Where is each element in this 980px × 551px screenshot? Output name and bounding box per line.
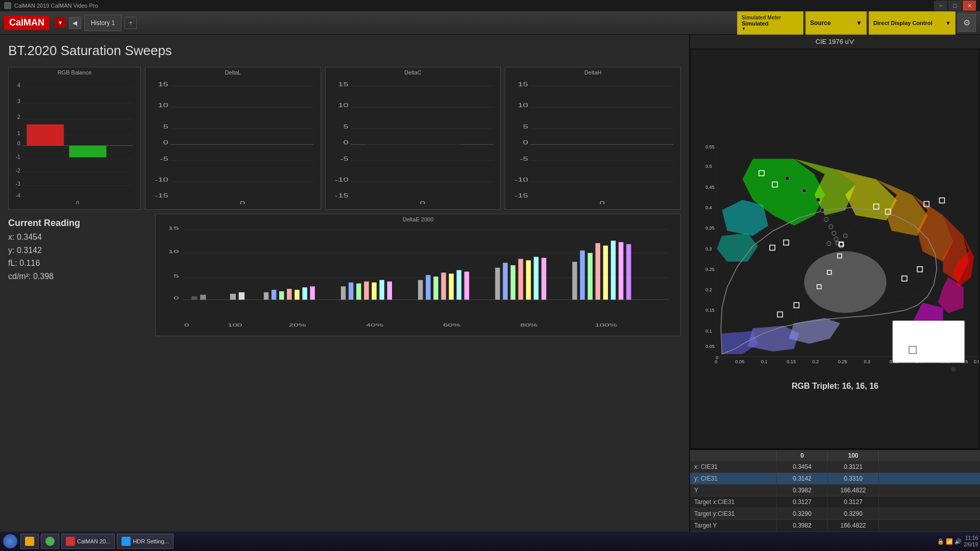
svg-rect-109: [542, 258, 546, 299]
table-row: Y 0.3982 166.4822: [690, 485, 980, 496]
svg-rect-87: [302, 287, 307, 299]
svg-rect-18: [69, 145, 107, 157]
svg-rect-168: [917, 267, 922, 272]
charts-row: RGB Balance 4 3 2 1 0 -1 -2 -3 -4: [8, 67, 681, 210]
svg-rect-47: [365, 141, 460, 144]
close-button[interactable]: ✕: [963, 1, 976, 11]
deltaL-svg: 15 10 5 0 -5 -10 -15 0: [148, 77, 318, 204]
simulated-meter-dropdown[interactable]: Simulated Meter Simulated ▼: [737, 11, 803, 35]
table-cell-v1: 166.4822: [828, 485, 879, 496]
simulated-meter-sub: Simulated: [742, 20, 799, 27]
deltae-title: DeltaE 2000: [158, 216, 678, 222]
deltaC-svg: 15 10 5 0 -5 -10 -15 0: [328, 77, 499, 204]
logo-dropdown-button[interactable]: ▼: [55, 18, 66, 28]
svg-rect-112: [587, 253, 592, 300]
svg-text:-10: -10: [155, 177, 168, 183]
maximize-button[interactable]: □: [948, 1, 962, 11]
rgb-balance-chart: RGB Balance 4 3 2 1 0 -1 -2 -3 -4: [8, 67, 141, 210]
svg-text:0.4: 0.4: [705, 205, 712, 210]
svg-rect-113: [596, 243, 600, 300]
table-cell-v0: 0.3982: [777, 485, 828, 496]
svg-text:15: 15: [168, 225, 179, 231]
svg-text:0: 0: [600, 200, 605, 204]
svg-rect-188: [893, 321, 965, 363]
source-dropdown[interactable]: Source ▼: [805, 11, 867, 35]
minimize-button[interactable]: −: [934, 1, 947, 11]
svg-rect-78: [191, 296, 197, 300]
svg-text:10: 10: [338, 103, 349, 109]
table-cell-v0: 0.3982: [777, 520, 828, 531]
svg-text:0.05: 0.05: [736, 359, 745, 364]
deltaC-title: DeltaC: [328, 69, 499, 76]
taskbar-app-chrome[interactable]: [41, 534, 59, 549]
cie-diagram-svg: 0.55 0.5 0.45 0.4 0.35 0.3 0.25 0.2 0.15…: [691, 49, 979, 448]
svg-text:5: 5: [523, 123, 528, 130]
svg-text:3: 3: [17, 98, 20, 104]
svg-text:-15: -15: [155, 193, 168, 199]
svg-rect-111: [580, 251, 584, 299]
nav-back-button[interactable]: ◀: [69, 17, 81, 29]
svg-text:2: 2: [17, 114, 20, 120]
svg-rect-94: [379, 280, 384, 300]
svg-text:-15: -15: [335, 193, 349, 199]
simulated-meter-label: Simulated Meter: [742, 15, 799, 20]
svg-text:-5: -5: [340, 156, 349, 162]
svg-rect-80: [230, 294, 236, 300]
simulated-meter-arrow: ▼: [742, 27, 799, 31]
svg-text:0.3: 0.3: [705, 246, 712, 252]
svg-text:0.2: 0.2: [705, 287, 712, 292]
svg-text:-5: -5: [160, 156, 168, 162]
table-cell-v0: 0.3127: [777, 496, 828, 508]
ddc-label: Direct Display Control: [873, 20, 933, 26]
svg-text:10: 10: [518, 103, 529, 109]
svg-text:0: 0: [523, 140, 528, 146]
svg-point-178: [820, 208, 824, 212]
hdr-icon: [121, 537, 131, 546]
taskbar-app-explorer[interactable]: [20, 534, 39, 549]
table-cell-v1: 0.3127: [828, 496, 879, 508]
svg-text:-3: -3: [15, 181, 20, 187]
table-row: x: CIE31 0.3454 0.3121: [690, 461, 980, 473]
taskbar-app-hdr[interactable]: HDR Setting...: [117, 534, 173, 549]
svg-text:0.15: 0.15: [705, 308, 715, 313]
titlebar: CalMAN 2019 CalMAN Video Pro − □ ✕: [0, 0, 980, 11]
svg-text:-15: -15: [514, 193, 528, 199]
svg-rect-90: [349, 283, 353, 300]
ddc-dropdown[interactable]: Direct Display Control ▼: [869, 11, 955, 35]
table-cell-label: Y: [690, 485, 777, 496]
svg-rect-91: [356, 284, 361, 300]
add-tab-button[interactable]: +: [125, 17, 137, 29]
start-button[interactable]: [2, 533, 18, 549]
deltaH-svg: 15 10 5 0 -5 -10 -15 0: [507, 77, 678, 204]
svg-rect-82: [264, 292, 268, 299]
cie-chart-title: CIE 1976 u'v': [690, 35, 980, 48]
svg-text:0: 0: [240, 200, 245, 204]
svg-rect-115: [611, 241, 616, 300]
top-right-controls: Simulated Meter Simulated ▼ Source ▼ Dir…: [737, 11, 976, 35]
taskbar-app-calman[interactable]: CalMAN 20...: [61, 534, 115, 549]
svg-text:0.2: 0.2: [813, 359, 819, 364]
table-cell-label: Target y:CIE31: [690, 508, 777, 519]
deltaH-title: DeltaH: [507, 69, 678, 76]
table-header: 0 100: [690, 450, 980, 461]
ddc-arrow: ▼: [945, 20, 951, 26]
start-orb-icon: [3, 534, 17, 548]
clock-time: 11:16: [964, 535, 978, 541]
bottom-section: Current Reading x: 0.3454 y: 0.3142 fL: …: [8, 214, 681, 523]
history-tab[interactable]: History 1: [84, 15, 121, 31]
svg-text:0: 0: [184, 323, 189, 328]
chrome-icon: [45, 537, 55, 546]
svg-rect-167: [770, 245, 775, 250]
svg-rect-84: [279, 291, 284, 299]
svg-text:20%: 20%: [289, 323, 306, 328]
table-cell-label: y: CIE31: [690, 473, 777, 484]
svg-rect-79: [200, 295, 206, 300]
svg-text:60%: 60%: [443, 323, 460, 328]
table-cell-v1: 0.3121: [828, 461, 879, 472]
table-cell-label: Target x:CIE31: [690, 496, 777, 508]
settings-button[interactable]: ⚙: [958, 14, 976, 32]
svg-point-175: [785, 176, 789, 180]
svg-point-180: [829, 224, 833, 229]
svg-text:5: 5: [174, 273, 179, 279]
svg-text:0.1: 0.1: [705, 329, 712, 334]
